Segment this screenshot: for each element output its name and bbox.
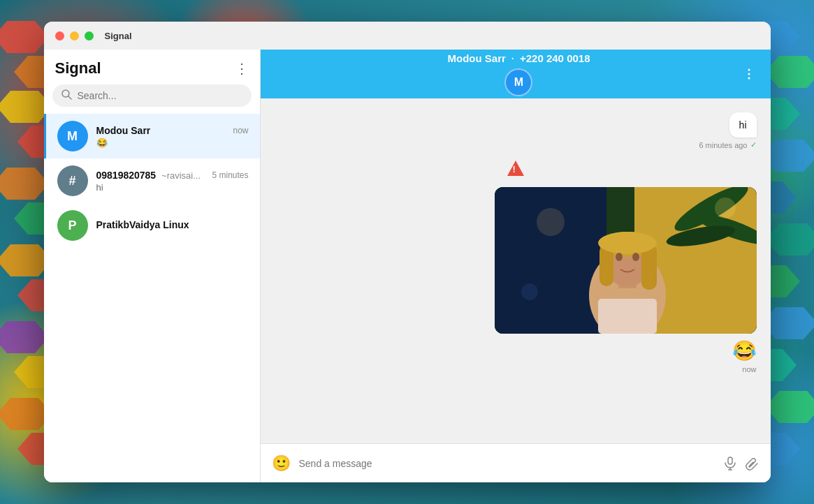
contact-list: M Modou Sarr now 😂 #	[44, 114, 260, 482]
message-image-container: 😂 now	[495, 187, 757, 373]
svg-point-22	[715, 198, 736, 218]
emoji-button[interactable]: 🙂	[272, 454, 291, 473]
svg-point-3	[748, 73, 750, 75]
contact-item-09819820785[interactable]: # 09819820785 ~ravisai... 5 minutes hi	[44, 158, 260, 203]
separator-dot: ·	[511, 52, 514, 64]
main-content: Signal ⋮ M	[44, 50, 771, 482]
search-bar	[52, 84, 252, 107]
message-bubble-hi: hi	[729, 112, 757, 138]
minimize-button[interactable]	[70, 31, 79, 40]
contact-info-09819820785: 09819820785 ~ravisai... 5 minutes hi	[96, 170, 249, 193]
contact-preview: 😂	[96, 138, 249, 148]
contact-time: now	[233, 126, 248, 135]
svg-point-23	[521, 283, 538, 300]
sidebar: Signal ⋮ M	[44, 50, 261, 482]
svg-point-18	[598, 232, 657, 254]
message-text-hi: hi	[739, 119, 747, 131]
contact-info-pratikb: PratikbVaidya Linux	[96, 219, 249, 232]
message-meta-hi: 6 minutes ago ✓	[699, 140, 756, 149]
svg-point-19	[616, 253, 623, 261]
message-image	[495, 187, 757, 334]
warning-area	[507, 161, 524, 176]
contact-info-modou-sarr: Modou Sarr now 😂	[96, 125, 249, 148]
title-bar: Signal	[44, 22, 771, 50]
chat-header: Modou Sarr · +220 240 0018 M	[261, 50, 771, 98]
attach-button[interactable]	[746, 457, 760, 470]
sidebar-title: Signal	[55, 59, 101, 77]
messages-area-wrapper: hi 6 minutes ago ✓	[261, 98, 771, 443]
microphone-button[interactable]	[723, 457, 737, 470]
chat-contact-name: Modou Sarr	[447, 52, 505, 64]
emoji-icon: 🙂	[272, 454, 291, 473]
svg-rect-12	[598, 299, 657, 334]
contact-name-2: 09819820785 ~ravisai...	[96, 170, 201, 181]
svg-point-4	[748, 77, 750, 80]
svg-rect-24	[728, 457, 732, 464]
emoji-reaction: 😂	[732, 339, 757, 362]
avatar-modou-sarr: M	[57, 121, 88, 151]
avatar-09819820785: #	[57, 165, 88, 196]
more-dots-icon: ⋮	[235, 60, 249, 77]
contact-name-3: PratikbVaidya Linux	[96, 219, 189, 230]
avatar-pratikb: P	[57, 210, 88, 241]
chat-header-center: Modou Sarr · +220 240 0018 M	[447, 52, 590, 96]
message-input[interactable]	[299, 458, 715, 469]
contact-preview-2: hi	[96, 182, 249, 193]
contact-item-modou-sarr[interactable]: M Modou Sarr now 😂	[44, 114, 260, 158]
delivered-check-icon: ✓	[750, 140, 757, 149]
maximize-button[interactable]	[85, 31, 94, 40]
message-hi: hi 6 minutes ago ✓	[699, 112, 756, 149]
contact-top-2: 09819820785 ~ravisai... 5 minutes	[96, 170, 249, 181]
message-time-hi: 6 minutes ago	[699, 141, 747, 149]
photo-content	[495, 187, 757, 334]
warning-icon	[507, 161, 524, 176]
messages-container: hi 6 minutes ago ✓	[261, 98, 771, 443]
contact-item-pratikb[interactable]: P PratikbVaidya Linux	[44, 203, 260, 248]
input-bar: 🙂	[261, 443, 771, 482]
chat-phone: +220 240 0018	[520, 52, 590, 64]
chat-header-avatar[interactable]: M	[504, 68, 532, 96]
close-button[interactable]	[55, 31, 64, 40]
contact-time-2: 5 minutes	[212, 170, 248, 180]
svg-line-1	[68, 96, 71, 99]
contact-top-3: PratikbVaidya Linux	[96, 219, 249, 230]
sidebar-more-button[interactable]: ⋮	[235, 60, 249, 77]
svg-point-2	[748, 69, 750, 71]
chat-more-button[interactable]	[742, 67, 756, 81]
chat-area: Modou Sarr · +220 240 0018 M	[261, 50, 771, 482]
message-time-gif: now	[742, 365, 756, 373]
search-icon	[61, 89, 72, 103]
sidebar-header: Signal ⋮	[44, 50, 260, 84]
chat-header-name-row: Modou Sarr · +220 240 0018	[447, 52, 590, 64]
warning-container	[507, 161, 524, 176]
svg-point-21	[537, 208, 565, 236]
contact-top: Modou Sarr now	[96, 125, 249, 136]
app-window: Signal Signal ⋮	[44, 22, 771, 482]
app-title: Signal	[105, 31, 132, 41]
svg-point-20	[632, 253, 639, 261]
search-input[interactable]	[78, 90, 243, 101]
contact-name: Modou Sarr	[96, 125, 151, 136]
